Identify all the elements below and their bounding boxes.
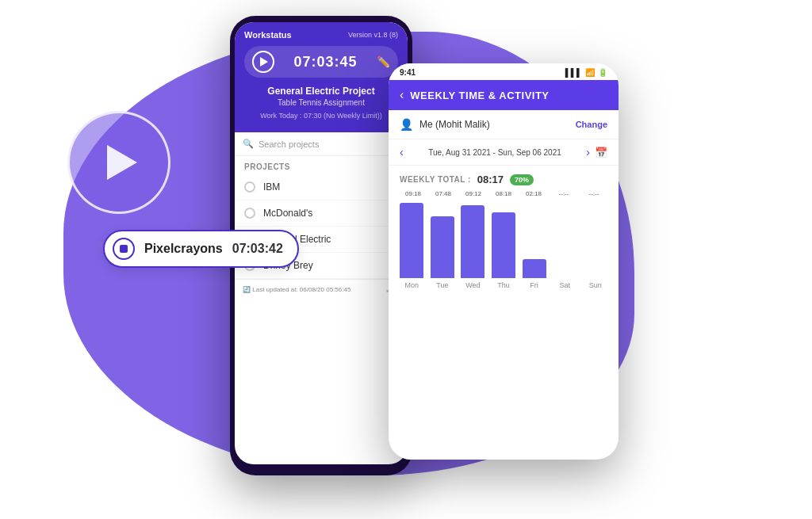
bar-value-label: 02:18 xyxy=(520,190,547,197)
status-bar: 9:41 ▌▌▌ 📶 🔋 xyxy=(389,63,619,80)
weekly-total-value: 08:17 xyxy=(477,174,504,185)
last-updated: Last updated at: 06/08/20 05:56:45 xyxy=(252,286,350,293)
weekly-content: 👤 Me (Mohit Malik) Change ‹ Tue, Aug 31 … xyxy=(389,110,619,289)
search-bar[interactable]: 🔍 Search projects xyxy=(235,132,408,156)
battery-icon: 🔋 xyxy=(598,68,607,77)
bar-value-label: 09:18 xyxy=(400,190,427,197)
app-version: Version v1.8 (8) xyxy=(348,31,398,39)
edit-icon[interactable]: ✏️ xyxy=(377,55,390,68)
play-icon-small xyxy=(260,57,268,67)
date-range: Tue, Aug 31 2021 - Sun, Sep 06 2021 xyxy=(428,148,561,157)
project-item-name: McDonald's xyxy=(263,208,312,219)
next-week-button[interactable]: › xyxy=(586,146,590,158)
bar-col xyxy=(490,212,518,278)
bar-day-label: Sat xyxy=(551,281,579,289)
bar-day-label: Mon xyxy=(398,281,426,289)
list-item[interactable]: IBM xyxy=(235,174,408,200)
bar-value-label: --:-- xyxy=(580,190,607,197)
bar-day-label: Sun xyxy=(581,281,609,289)
play-button[interactable] xyxy=(252,51,274,73)
status-time: 9:41 xyxy=(400,68,416,77)
status-icons: ▌▌▌ 📶 🔋 xyxy=(565,68,607,77)
prev-week-button[interactable]: ‹ xyxy=(400,146,404,158)
user-name: Me (Mohit Malik) xyxy=(419,119,490,130)
project-name: General Electric Project xyxy=(244,86,398,97)
date-row: ‹ Tue, Aug 31 2021 - Sun, Sep 06 2021 › … xyxy=(389,139,619,166)
bars-container xyxy=(396,199,611,278)
list-item[interactable]: McDonald's xyxy=(235,200,408,227)
bar-col xyxy=(398,203,426,278)
pix-company-name: Pixelcrayons xyxy=(144,242,223,256)
project-dot xyxy=(244,181,255,193)
bar-day-label: Fri xyxy=(520,281,548,289)
wifi-icon: 📶 xyxy=(585,68,595,77)
bar-values: 09:1807:4809:1208:1802:18--:----:-- xyxy=(396,190,611,197)
bar-day-label: Wed xyxy=(459,281,487,289)
bar-col xyxy=(459,205,487,278)
bar-fill xyxy=(523,259,546,278)
bar-col xyxy=(429,216,457,278)
projects-label: PROJECTS xyxy=(235,156,408,174)
task-name: Table Tennis Assignment xyxy=(244,98,398,107)
timer-display: 07:03:45 xyxy=(293,54,357,71)
signal-icon: ▌▌▌ xyxy=(565,68,582,77)
weekly-header: ‹ WEEKLY TIME & ACTIVITY xyxy=(389,80,619,110)
play-icon xyxy=(107,145,137,180)
date-controls: › 📅 xyxy=(586,146,607,158)
work-today: Work Today : 07:30 (No Weekly Limit)) xyxy=(244,112,398,120)
project-dot xyxy=(244,208,255,219)
footer-text: 🔄 Last updated at: 06/08/20 05:56:45 xyxy=(243,286,350,293)
weekly-title: WEEKLY TIME & ACTIVITY xyxy=(410,90,549,101)
bar-value-label: 07:48 xyxy=(430,190,457,197)
phone-header-top: Workstatus Version v1.8 (8) xyxy=(244,30,398,40)
phone-weekly: 9:41 ▌▌▌ 📶 🔋 ‹ WEEKLY TIME & ACTIVITY 👤 … xyxy=(389,63,619,460)
stop-shape xyxy=(120,245,128,253)
bar-chart: 09:1807:4809:1208:1802:18--:----:-- MonT… xyxy=(389,190,619,289)
bar-value-label: 09:12 xyxy=(460,190,487,197)
stop-icon[interactable] xyxy=(113,238,135,260)
change-button[interactable]: Change xyxy=(576,120,607,129)
bar-labels: MonTueWedThuFriSatSun xyxy=(396,278,611,289)
weekly-total-row: WEEKLY TOTAL : 08:17 70% xyxy=(389,166,619,190)
percentage-badge: 70% xyxy=(510,174,534,185)
back-arrow-icon[interactable]: ‹ xyxy=(400,88,404,102)
bar-day-label: Tue xyxy=(429,281,457,289)
timer-row: 07:03:45 ✏️ xyxy=(244,46,398,78)
user-icon: 👤 xyxy=(400,118,413,131)
bar-value-label: 08:18 xyxy=(490,190,517,197)
phone-header: Workstatus Version v1.8 (8) 07:03:45 ✏️ … xyxy=(235,22,408,132)
bar-day-label: Thu xyxy=(490,281,518,289)
play-circle[interactable] xyxy=(67,111,170,214)
phone-footer: 🔄 Last updated at: 06/08/20 05:56:45 ⤢ « xyxy=(235,279,408,300)
search-icon: 🔍 xyxy=(243,139,254,149)
pix-timer: 07:03:42 xyxy=(232,242,283,256)
bar-value-label: --:-- xyxy=(550,190,577,197)
project-item-name: IBM xyxy=(263,181,280,193)
pix-badge: Pixelcrayons 07:03:42 xyxy=(103,230,299,268)
bar-fill xyxy=(492,212,515,278)
bar-col xyxy=(520,259,548,278)
app-name: Workstatus xyxy=(244,30,292,40)
search-placeholder: Search projects xyxy=(259,139,319,149)
bar-fill xyxy=(400,203,423,278)
weekly-total-label: WEEKLY TOTAL : xyxy=(400,175,471,184)
user-left: 👤 Me (Mohit Malik) xyxy=(400,118,490,131)
bar-fill xyxy=(461,205,485,278)
calendar-icon[interactable]: 📅 xyxy=(595,147,607,158)
bar-fill xyxy=(431,216,454,278)
user-row: 👤 Me (Mohit Malik) Change xyxy=(389,110,619,139)
